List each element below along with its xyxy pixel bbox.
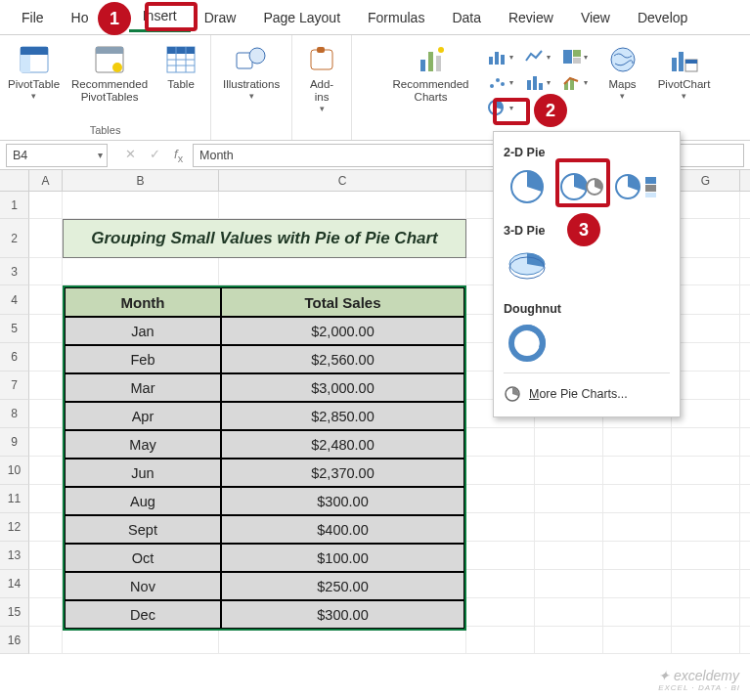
cell-month[interactable]: Nov bbox=[65, 572, 221, 600]
row-header[interactable]: 4 bbox=[0, 285, 29, 315]
row-header[interactable]: 15 bbox=[0, 598, 29, 627]
row-header[interactable]: 14 bbox=[0, 570, 29, 598]
row-header[interactable]: 1 bbox=[0, 192, 29, 219]
recommended-charts-button[interactable]: Recommended Charts bbox=[386, 39, 476, 108]
cell-sales[interactable]: $2,000.00 bbox=[221, 317, 464, 345]
pie-of-pie-option[interactable] bbox=[558, 165, 605, 208]
cell-sales[interactable]: $2,480.00 bbox=[221, 430, 464, 459]
cell-month[interactable]: Mar bbox=[65, 373, 221, 402]
cell-sales[interactable]: $250.00 bbox=[221, 572, 464, 600]
cell-sales[interactable]: $300.00 bbox=[221, 600, 464, 629]
table-row[interactable]: Feb$2,560.00 bbox=[65, 345, 464, 373]
title-cell[interactable]: Grouping Small Values with Pie of Pie Ch… bbox=[63, 219, 466, 258]
row-header[interactable]: 2 bbox=[0, 219, 29, 258]
column-chart-button[interactable]: ▾ bbox=[484, 46, 517, 67]
histogram-chart-button[interactable]: ▾ bbox=[521, 71, 554, 93]
table-row[interactable]: Sept$400.00 bbox=[65, 515, 464, 544]
cell-month[interactable]: May bbox=[65, 430, 221, 459]
table-row[interactable]: Mar$3,000.00 bbox=[65, 373, 464, 402]
tab-draw[interactable]: Draw bbox=[191, 4, 250, 31]
cell-sales[interactable]: $3,000.00 bbox=[221, 373, 464, 402]
cell-month[interactable]: Aug bbox=[65, 487, 221, 515]
cell-month[interactable]: Jun bbox=[65, 459, 221, 487]
addins-button[interactable]: Add- ins ▾ bbox=[298, 39, 345, 118]
svg-rect-16 bbox=[420, 60, 425, 71]
pivotchart-label: PivotChart bbox=[658, 78, 711, 91]
row-header[interactable]: 3 bbox=[0, 258, 29, 285]
cell-month[interactable]: Sept bbox=[65, 515, 221, 544]
pivottable-button[interactable]: PivotTable ▾ bbox=[6, 39, 62, 106]
treemap-chart-button[interactable]: ▾ bbox=[558, 46, 592, 67]
cell-sales[interactable]: $2,370.00 bbox=[221, 459, 464, 487]
enter-formula-icon[interactable]: ✓ bbox=[150, 147, 160, 164]
cell-month[interactable]: Apr bbox=[65, 402, 221, 430]
col-header-b[interactable]: B bbox=[63, 170, 219, 191]
maps-label: Maps bbox=[608, 78, 636, 91]
tab-data[interactable]: Data bbox=[438, 4, 495, 31]
cell-month[interactable]: Oct bbox=[65, 544, 221, 572]
row-header[interactable]: 9 bbox=[0, 428, 29, 457]
tab-insert[interactable]: Insert bbox=[129, 2, 191, 32]
cell-sales[interactable]: $2,560.00 bbox=[221, 345, 464, 373]
cell-month[interactable]: Jan bbox=[65, 317, 221, 345]
name-box[interactable]: B4 bbox=[6, 144, 108, 167]
tab-developer[interactable]: Develop bbox=[624, 4, 701, 31]
pie-chart-button[interactable]: ▾ bbox=[484, 97, 517, 118]
svg-rect-45 bbox=[645, 185, 656, 192]
cell-sales[interactable]: $300.00 bbox=[221, 487, 464, 515]
cell-sales[interactable]: $100.00 bbox=[221, 544, 464, 572]
cell-sales[interactable]: $400.00 bbox=[221, 515, 464, 544]
line-chart-button[interactable]: ▾ bbox=[521, 46, 554, 67]
recommended-pivottables-button[interactable]: Recommended PivotTables bbox=[67, 39, 152, 108]
col-header-g[interactable]: G bbox=[672, 170, 740, 191]
tab-review[interactable]: Review bbox=[495, 4, 567, 31]
row-header[interactable]: 6 bbox=[0, 343, 29, 372]
row-header[interactable]: 12 bbox=[0, 513, 29, 542]
row-header[interactable]: 13 bbox=[0, 542, 29, 570]
tab-formulas[interactable]: Formulas bbox=[354, 4, 438, 31]
more-pie-charts-link[interactable]: More Pie Charts... bbox=[504, 381, 670, 407]
addins-label: Add- ins bbox=[310, 78, 333, 104]
row-header[interactable]: 8 bbox=[0, 400, 29, 428]
table-row[interactable]: Apr$2,850.00 bbox=[65, 402, 464, 430]
table-row[interactable]: Nov$250.00 bbox=[65, 572, 464, 600]
pivotchart-button[interactable]: PivotChart ▾ bbox=[652, 39, 717, 106]
bar-of-pie-option[interactable] bbox=[613, 165, 660, 208]
row-header[interactable]: 7 bbox=[0, 372, 29, 400]
table-row[interactable]: Aug$300.00 bbox=[65, 487, 464, 515]
row-header[interactable]: 10 bbox=[0, 457, 29, 485]
table-header-month[interactable]: Month bbox=[65, 287, 221, 317]
row-header[interactable]: 16 bbox=[0, 627, 29, 654]
doughnut-option[interactable] bbox=[504, 322, 551, 365]
col-header-a[interactable]: A bbox=[29, 170, 63, 191]
table-button[interactable]: Table bbox=[157, 39, 204, 95]
table-row[interactable]: Jun$2,370.00 bbox=[65, 459, 464, 487]
cell-month[interactable]: Feb bbox=[65, 345, 221, 373]
table-row[interactable]: Oct$100.00 bbox=[65, 544, 464, 572]
fx-icon[interactable]: fx bbox=[174, 147, 183, 164]
tab-view[interactable]: View bbox=[567, 4, 624, 31]
svg-rect-22 bbox=[501, 55, 505, 65]
scatter-chart-button[interactable]: ▾ bbox=[484, 71, 517, 93]
table-row[interactable]: Dec$300.00 bbox=[65, 600, 464, 629]
table-row[interactable]: Jan$2,000.00 bbox=[65, 317, 464, 345]
table-header-sales[interactable]: Total Sales bbox=[221, 287, 464, 317]
tab-home[interactable]: Ho e bbox=[58, 4, 129, 31]
col-header-c[interactable]: C bbox=[219, 170, 466, 191]
pie-2d-option[interactable] bbox=[504, 165, 551, 208]
tab-page-layout[interactable]: Page Layout bbox=[249, 4, 354, 31]
maps-button[interactable]: Maps ▾ bbox=[599, 39, 646, 106]
row-header[interactable]: 11 bbox=[0, 485, 29, 513]
illustrations-button[interactable]: Illustrations ▾ bbox=[217, 39, 286, 106]
cell-month[interactable]: Dec bbox=[65, 600, 221, 629]
cancel-formula-icon[interactable]: ✕ bbox=[125, 147, 136, 164]
tab-file[interactable]: File bbox=[8, 4, 58, 31]
pie-3d-option[interactable] bbox=[504, 243, 551, 286]
data-table[interactable]: Month Total Sales Jan$2,000.00Feb$2,560.… bbox=[63, 285, 466, 631]
cell-sales[interactable]: $2,850.00 bbox=[221, 402, 464, 430]
row-header[interactable]: 5 bbox=[0, 315, 29, 343]
table-row[interactable]: May$2,480.00 bbox=[65, 430, 464, 459]
select-all-corner[interactable] bbox=[0, 170, 29, 192]
combo-chart-button[interactable]: ▾ bbox=[558, 71, 592, 93]
ribbon-group-addins: Add- ins ▾ bbox=[292, 35, 352, 140]
